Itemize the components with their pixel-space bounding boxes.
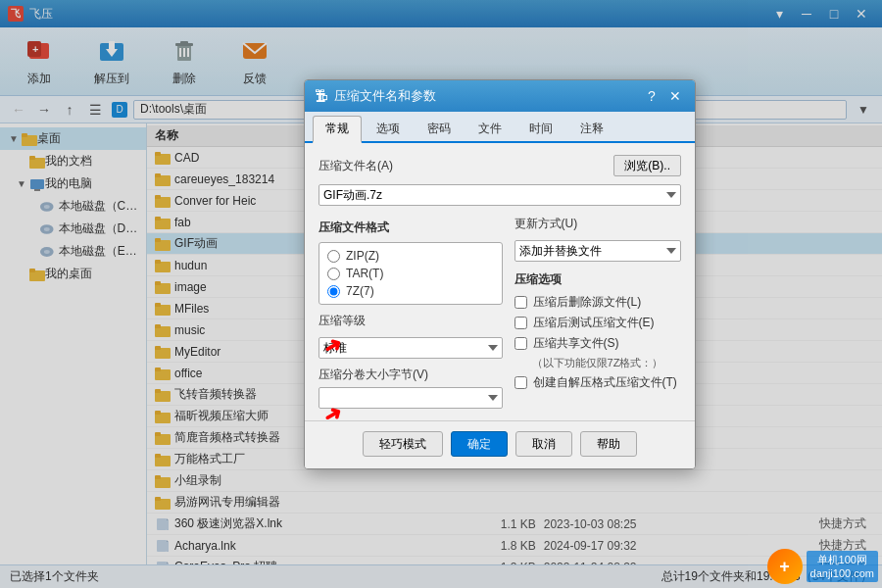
dialog-title-left: 🗜 压缩文件名和参数	[315, 87, 436, 105]
watermark-circle: +	[767, 549, 803, 584]
check-label-2: 压缩后测试压缩文件(E)	[533, 315, 655, 331]
check-row-4[interactable]: 创建自解压格式压缩文件(T)	[514, 374, 681, 391]
filename-input-row: GIF动画.7z	[318, 184, 681, 206]
check-label-3: 压缩共享文件(S)	[533, 335, 619, 352]
tab-comment[interactable]: 注释	[567, 116, 616, 141]
level-select[interactable]: 标准	[318, 337, 503, 359]
cancel-button[interactable]: 取消	[515, 431, 572, 457]
dialog-close-button[interactable]: ✕	[665, 86, 685, 106]
level-row: 压缩等级	[318, 313, 503, 329]
ok-button[interactable]: 确定	[451, 431, 508, 457]
lite-mode-button[interactable]: 轻巧模式	[363, 431, 443, 457]
tab-time[interactable]: 时间	[516, 116, 565, 141]
level-label: 压缩等级	[318, 313, 366, 329]
watermark: + 单机100网danji100.com	[767, 549, 878, 584]
radio-zip[interactable]: ZIP(Z)	[327, 249, 494, 263]
check-note: （以下功能仅限7Z格式：）	[532, 356, 681, 370]
dialog-title: 压缩文件名和参数	[334, 87, 436, 105]
check-row-1[interactable]: 压缩后删除源文件(L)	[514, 294, 681, 311]
check-shared[interactable]	[514, 337, 527, 350]
tab-options[interactable]: 选项	[364, 116, 413, 141]
tab-files[interactable]: 文件	[466, 116, 514, 141]
dialog-overlay: 🗜 压缩文件名和参数 ? ✕ 常规 选项 密码 文件 时间 注释 压缩文件名(A…	[0, 0, 882, 588]
update-select[interactable]: 添加并替换文件	[514, 240, 681, 262]
update-select-row: 添加并替换文件	[514, 240, 681, 262]
tab-password[interactable]: 密码	[415, 116, 464, 141]
check-sfx[interactable]	[514, 376, 527, 389]
col-right: 更新方式(U) 添加并替换文件 压缩选项 压缩后删除源文件(L)	[514, 216, 681, 409]
checkbox-group: 压缩后删除源文件(L) 压缩后测试压缩文件(E) 压缩共享文件(S) （以下功能…	[514, 294, 681, 391]
filename-row: 压缩文件名(A) 浏览(B)..	[318, 155, 681, 176]
radio-zip-label: ZIP(Z)	[346, 249, 379, 263]
format-radio-group: ZIP(Z) TAR(T) 7Z(7)	[318, 242, 503, 305]
dialog-buttons: 轻巧模式 确定 取消 帮助	[305, 420, 695, 468]
radio-7z[interactable]: 7Z(7)	[327, 284, 494, 298]
help-button[interactable]: 帮助	[580, 431, 637, 457]
dialog-titlebar: 🗜 压缩文件名和参数 ? ✕	[305, 80, 695, 112]
vol-label-row: 压缩分卷大小字节(V)	[318, 367, 503, 383]
watermark-text: 单机100网danji100.com	[807, 551, 878, 583]
radio-zip-input[interactable]	[327, 250, 340, 263]
radio-7z-input[interactable]	[327, 285, 340, 298]
tab-general[interactable]: 常规	[313, 116, 362, 143]
filename-select[interactable]: GIF动画.7z	[318, 184, 681, 206]
compress-options-label: 压缩选项	[514, 271, 681, 288]
check-delete-source[interactable]	[514, 296, 527, 309]
radio-tar-input[interactable]	[327, 268, 340, 280]
vol-select[interactable]	[318, 387, 503, 409]
browse-button[interactable]: 浏览(B)..	[613, 155, 681, 176]
update-label: 更新方式(U)	[514, 216, 578, 232]
radio-tar[interactable]: TAR(T)	[327, 267, 494, 280]
dialog-content: 压缩文件名(A) 浏览(B).. GIF动画.7z 压缩文件格式 ZIP(Z	[305, 143, 695, 420]
dialog-controls: ? ✕	[642, 86, 685, 106]
dialog-tabs: 常规 选项 密码 文件 时间 注释	[305, 112, 695, 143]
vol-label: 压缩分卷大小字节(V)	[318, 368, 428, 381]
level-select-row: 标准	[318, 337, 503, 359]
update-label-row: 更新方式(U)	[514, 216, 681, 232]
check-label-1: 压缩后删除源文件(L)	[533, 294, 642, 311]
dialog-help-icon[interactable]: ?	[642, 86, 662, 106]
two-col-section: 压缩文件格式 ZIP(Z) TAR(T) 7Z(7)	[318, 216, 681, 409]
check-label-4: 创建自解压格式压缩文件(T)	[533, 374, 677, 391]
compress-icon: 🗜	[315, 88, 328, 104]
radio-7z-label: 7Z(7)	[346, 284, 374, 298]
compress-dialog: 🗜 压缩文件名和参数 ? ✕ 常规 选项 密码 文件 时间 注释 压缩文件名(A…	[304, 79, 696, 469]
check-test[interactable]	[514, 317, 527, 329]
check-row-2[interactable]: 压缩后测试压缩文件(E)	[514, 315, 681, 331]
col-left: 压缩文件格式 ZIP(Z) TAR(T) 7Z(7)	[318, 216, 503, 409]
format-label: 压缩文件格式	[318, 220, 503, 236]
filename-label: 压缩文件名(A)	[318, 158, 393, 174]
check-row-3[interactable]: 压缩共享文件(S)	[514, 335, 681, 352]
vol-select-row	[318, 387, 503, 409]
radio-tar-label: TAR(T)	[346, 267, 383, 280]
